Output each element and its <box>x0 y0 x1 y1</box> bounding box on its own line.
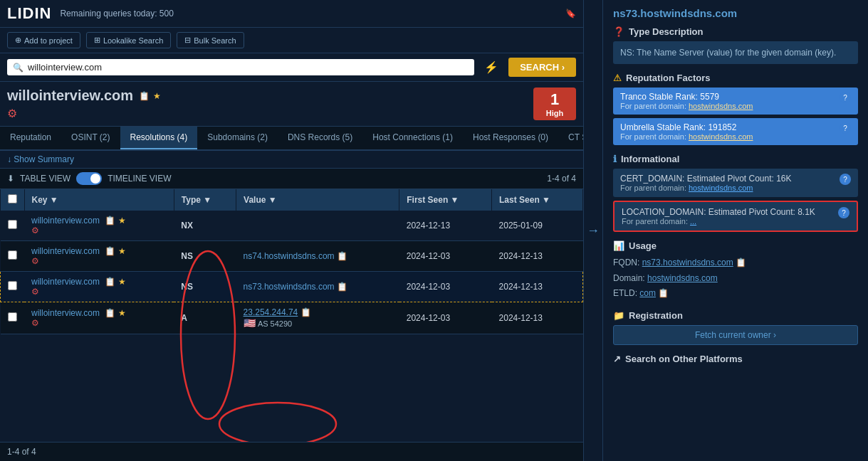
row4-value-link[interactable]: 23.254.244.74 <box>244 307 298 317</box>
row1-gear-icon[interactable]: ⚙ <box>31 226 39 235</box>
info-item-2-link[interactable]: ... <box>690 217 696 226</box>
search-input[interactable] <box>28 62 469 73</box>
question-icon: ❓ <box>613 26 624 37</box>
usage-header: 📊 Usage <box>613 240 858 251</box>
row1-copy-icon[interactable]: 📋 <box>105 216 115 226</box>
info-item-1-main: CERT_DOMAIN: Estimated Pivot Count: 16K <box>620 174 792 184</box>
right-panel-title[interactable]: ns73.hostwindsdns.com <box>613 7 858 19</box>
row2-value-link[interactable]: ns74.hostwindsdns.com <box>244 251 335 261</box>
row3-key: willointerview.com 📋 ★ ⚙ <box>24 272 174 302</box>
row2-key-link[interactable]: willointerview.com <box>31 246 100 256</box>
row4-copy-icon[interactable]: 📋 <box>105 308 115 318</box>
select-all-checkbox[interactable] <box>8 194 17 203</box>
row4-type: A <box>174 302 236 334</box>
star-icon[interactable]: ★ <box>153 91 161 101</box>
col-type[interactable]: Type ▼ <box>174 189 236 211</box>
etld-value-link[interactable]: com <box>639 288 656 298</box>
pagination-bottom: 1-4 of 4 <box>0 442 583 461</box>
rep-item-2-link[interactable]: hostwindsdns.com <box>689 132 753 141</box>
informational-section: ℹ Informational CERT_DOMAIN: Estimated P… <box>613 154 858 232</box>
row3-key-link[interactable]: willointerview.com <box>31 277 100 287</box>
info-item-1-info[interactable]: ? <box>840 174 851 185</box>
tab-ct-stream[interactable]: CT Stream (2) <box>558 127 584 149</box>
row2-copy-icon[interactable]: 📋 <box>105 246 115 256</box>
tab-host-connections[interactable]: Host Connections (1) <box>362 127 463 149</box>
fetch-owner-button[interactable]: Fetch current owner › <box>613 325 858 345</box>
table-row: willointerview.com 📋 ★ ⚙ NX 2024-12-13 2… <box>1 211 583 241</box>
view-toggle-switch[interactable] <box>76 172 102 185</box>
row2-type: NS <box>174 241 236 272</box>
row3-star-icon[interactable]: ★ <box>118 277 126 287</box>
domain-header: willointerview.com 📋 ★ ⚙ 1 High <box>0 82 583 127</box>
lookalike-search-button[interactable]: ⊞ Lookalike Search <box>86 32 171 48</box>
bulk-icon: ⊟ <box>184 36 191 45</box>
info-item-1-link[interactable]: hostwindsdns.com <box>689 184 753 192</box>
copy-icon[interactable]: 📋 <box>139 91 150 101</box>
tab-reputation[interactable]: Reputation <box>0 127 61 149</box>
red-oval-ip-overlay <box>0 399 583 442</box>
col-value[interactable]: Value ▼ <box>236 189 399 211</box>
info-header: ℹ Informational <box>613 154 858 164</box>
row3-checkbox[interactable] <box>1 272 25 302</box>
filter-button[interactable]: ⚡ <box>480 60 503 74</box>
row2-star-icon[interactable]: ★ <box>118 246 126 256</box>
row3-copy-icon[interactable]: 📋 <box>105 277 115 287</box>
row4-checkbox[interactable] <box>1 302 25 334</box>
registration-icon: 📁 <box>613 310 624 321</box>
tab-subdomains[interactable]: Subdomains (2) <box>197 127 278 149</box>
row2-value: ns74.hostwindsdns.com 📋 <box>236 241 399 272</box>
table-row: willointerview.com 📋 ★ ⚙ NS ns73.hostwin… <box>1 272 583 302</box>
show-summary-bar[interactable]: ↓ Show Summary <box>0 151 583 169</box>
gear-red-icon[interactable]: ⚙ <box>7 107 17 120</box>
rep-item-1-info[interactable]: ? <box>840 92 851 103</box>
tab-dns-records[interactable]: DNS Records (5) <box>278 127 362 149</box>
etld-copy-icon[interactable]: 📋 <box>658 288 669 298</box>
search-input-wrap: 🔍 <box>7 59 474 75</box>
rep-item-1-link[interactable]: hostwindsdns.com <box>689 102 753 110</box>
row3-value-icon[interactable]: 📋 <box>337 282 347 292</box>
usage-header-label: Usage <box>629 240 657 251</box>
row1-star-icon[interactable]: ★ <box>118 216 126 226</box>
record-count: 1-4 of 4 <box>547 174 576 184</box>
row4-star-icon[interactable]: ★ <box>118 308 126 318</box>
tab-osint[interactable]: OSINT (2) <box>61 127 120 149</box>
row4-value-copy-icon[interactable]: 📋 <box>300 307 311 317</box>
usage-domain: Domain: hostwindsdns.com <box>613 271 858 287</box>
col-last-seen[interactable]: Last Seen ▼ <box>492 189 583 211</box>
row4-key-link[interactable]: willointerview.com <box>31 308 100 318</box>
svg-point-1 <box>219 403 336 442</box>
row2-checkbox[interactable] <box>1 241 25 272</box>
logo: LIDIN <box>7 4 51 23</box>
plus-icon: ⊕ <box>15 36 21 45</box>
row4-value: 23.254.244.74 📋 🇺🇸 AS 54290 <box>236 302 399 334</box>
row1-key-link[interactable]: willointerview.com <box>31 216 100 226</box>
info-item-2-info[interactable]: ? <box>838 207 849 218</box>
row2-value-icon[interactable]: 📋 <box>337 251 347 261</box>
col-first-seen[interactable]: First Seen ▼ <box>399 189 492 211</box>
row4-last-seen: 2024-12-13 <box>492 302 583 334</box>
tab-resolutions[interactable]: Resolutions (4) <box>120 127 198 149</box>
row1-checkbox[interactable] <box>1 211 25 241</box>
bulk-search-button[interactable]: ⊟ Bulk Search <box>177 32 244 48</box>
download-icon[interactable]: ⬇ <box>7 174 14 184</box>
domain-value-link[interactable]: hostwindsdns.com <box>647 273 718 283</box>
tab-host-responses[interactable]: Host Responses (0) <box>463 127 558 149</box>
row3-gear-icon[interactable]: ⚙ <box>31 287 39 297</box>
fqdn-value-link[interactable]: ns73.hostwindsdns.com <box>642 258 733 267</box>
search-other-label: Search on Other Platforms <box>625 354 743 364</box>
fqdn-label: FQDN: <box>613 258 639 267</box>
add-to-project-button[interactable]: ⊕ Add to project <box>7 32 80 48</box>
row2-gear-icon[interactable]: ⚙ <box>31 256 39 266</box>
col-key[interactable]: Key ▼ <box>24 189 174 211</box>
fqdn-copy-icon[interactable]: 📋 <box>736 258 746 267</box>
rep-item-2-info[interactable]: ? <box>840 122 851 134</box>
external-link-icon: ↗ <box>613 354 621 364</box>
row4-gear-icon[interactable]: ⚙ <box>31 318 39 328</box>
tabs: Reputation OSINT (2) Resolutions (4) Sub… <box>0 127 583 151</box>
show-summary-label: ↓ Show Summary <box>7 154 74 164</box>
reputation-factors-section: ⚠ Reputation Factors Tranco Stable Rank:… <box>613 73 858 145</box>
type-description-section: ❓ Type Description NS: The Name Server (… <box>613 26 858 64</box>
registration-section: 📁 Registration Fetch current owner › <box>613 310 858 345</box>
search-button[interactable]: SEARCH › <box>508 58 576 77</box>
row3-value-link[interactable]: ns73.hostwindsdns.com <box>244 282 335 292</box>
